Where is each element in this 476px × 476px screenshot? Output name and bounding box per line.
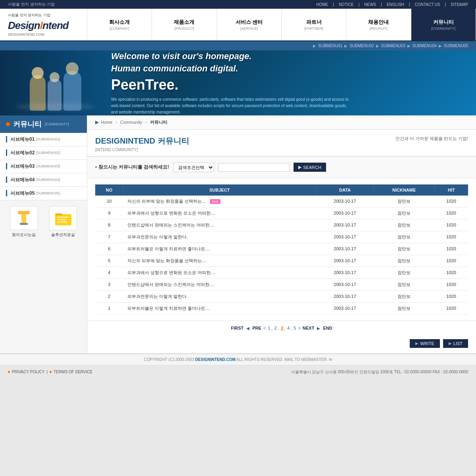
sub-nav-arrow: ▶ — [313, 44, 316, 48]
breadcrumb-home[interactable]: Home — [101, 120, 112, 125]
logo[interactable]: DesignIntend — [8, 19, 79, 32]
hero-desc: We specialize in producing e-commerce so… — [111, 96, 349, 115]
top-nav-news[interactable]: NEWS — [364, 2, 376, 7]
cell-hit: 1020 — [434, 267, 468, 278]
sidebar-item-3[interactable]: 서브메뉴03 [SUBMENU03] — [0, 160, 87, 173]
privacy-policy-link[interactable]: PRIVACY POLICY — [12, 370, 44, 374]
sub-nav-bar: ▶ SUBMENU01 ▶ SUBMENU02 ▶ SUBMENU03 ▶ SU… — [0, 41, 476, 50]
sidebar-item-bar — [6, 163, 7, 169]
list-button[interactable]: ▶ LIST — [443, 339, 468, 348]
cell-date: 2003-10-17 — [316, 278, 374, 290]
footer-copyright: COPYRIGHT (C) 2000-2003 DESIGNINTEND.COM… — [0, 354, 476, 365]
hero-banner: Welcome to visit our's homepage. Human c… — [0, 50, 476, 115]
sidebar-item-1[interactable]: 서브메뉴01 [SUBMENU01] — [0, 133, 87, 146]
sub-nav-item-2[interactable]: SUBMENU02 — [349, 44, 374, 48]
footer-dot-2 — [50, 371, 52, 373]
cell-no: 6 — [95, 243, 123, 255]
top-nav-notice[interactable]: NOTICE — [339, 2, 354, 7]
pagination-page-2[interactable]: 2 — [274, 326, 277, 330]
breadcrumb: ▶ Home › Community › 커뮤니티 — [87, 115, 476, 130]
terms-link[interactable]: TERMS OF SERVICE — [54, 370, 92, 374]
cell-subject[interactable]: 자신의 피부에 맞는 화장품을 선택하는.... new — [123, 196, 316, 207]
main-content: ▶ Home › Community › 커뮤니티 DESIGNINTEND 커… — [87, 115, 476, 353]
directions-label: 찾아오시는길 — [12, 232, 36, 238]
svg-rect-7 — [58, 221, 67, 223]
cell-date: 2003-10-17 — [316, 255, 374, 267]
nav-recruit[interactable]: 채용안내 [RECRUIT] — [346, 9, 411, 40]
svg-rect-1 — [21, 214, 26, 224]
write-button[interactable]: ▶ WRITE — [410, 339, 440, 348]
sidebar-solution-btn[interactable]: 솔루션자료실 — [46, 206, 81, 238]
cell-nickname: 잠만보 — [374, 231, 434, 243]
sidebar-item-4[interactable]: 서브메뉴04 [SUBMENU04] — [0, 173, 87, 187]
cell-subject[interactable]: 인텐드샵에서 판매되는 스킨케어는 어떠한.... — [123, 278, 316, 290]
nav-product[interactable]: 제품소개 [PRODUCT] — [152, 9, 217, 40]
sub-nav-item-1[interactable]: SUBMENU01 — [318, 44, 342, 48]
sub-nav-item-3[interactable]: SUBMENU03 — [381, 44, 405, 48]
sidebar-title-kr: 커뮤니티 — [13, 119, 42, 129]
pagination-page-4[interactable]: 4 — [287, 326, 290, 330]
pagination-page-3[interactable]: 3 — [281, 326, 283, 330]
copyright-text: COPYRIGHT (C) 2000-2003 — [144, 357, 195, 362]
breadcrumb-community[interactable]: Community — [120, 120, 142, 125]
footer-mail[interactable]: MAIL TO WEBMASTER. — [284, 357, 328, 362]
table-row: 1 피부트러블은 이렇게 치료하면 좋더나은.... 2003-10-17 잠만… — [95, 302, 468, 314]
search-button[interactable]: ▶ SEARCH — [294, 163, 326, 172]
sidebar-item-bar — [6, 177, 7, 183]
sidebar-title-en: [COMMUNITY] — [45, 122, 69, 126]
search-icon: ▶ — [298, 165, 301, 170]
sidebar-title-dot — [6, 122, 10, 126]
nav-partner[interactable]: 파트너 [PARTNER] — [282, 9, 346, 40]
cell-subject[interactable]: 피부과에서 성형으로 변화된 모소은 어떠한.... — [123, 207, 316, 219]
cell-subject[interactable]: 피부트러블은 이렇게 치료하면 좋더나은.... — [123, 302, 316, 314]
pagination-first[interactable]: FIRST — [231, 326, 244, 330]
cell-nickname: 잠만보 — [374, 219, 434, 231]
hero-brand: PeenTree. — [111, 77, 349, 93]
cell-no: 5 — [95, 255, 123, 267]
top-nav-sitemap[interactable]: SITEMAP — [451, 2, 468, 7]
hero-content: Welcome to visit our's homepage. Human c… — [111, 50, 349, 115]
sidebar-item-5[interactable]: 서브메뉴05 [SUBMENU05] — [0, 187, 87, 200]
nav-service[interactable]: 서비스 센터 [SERVICE] — [217, 9, 282, 40]
footer-brand[interactable]: DESIGNINTEND.COM — [195, 357, 236, 362]
sidebar-item-bar — [6, 190, 7, 196]
sub-nav-item-5[interactable]: SUBMENU05 — [444, 44, 468, 48]
action-buttons: ▶ WRITE ▶ LIST — [87, 335, 476, 352]
svg-rect-6 — [58, 219, 66, 220]
top-nav-home[interactable]: HOME — [316, 2, 328, 7]
header: 사람을 먼지 생각하는 기업 DesignIntend DESIGNINTEND… — [0, 9, 476, 41]
cell-nickname: 잠만보 — [374, 267, 434, 278]
table-row: 10 자신의 피부에 맞는 화장품을 선택하는.... new 2003-10-… — [95, 196, 468, 207]
cell-hit: 1020 — [434, 243, 468, 255]
cell-subject[interactable]: 인텐드샵에서 판매되는 스킨케어는 어떠한.... — [123, 219, 316, 231]
col-no: NO — [95, 184, 123, 196]
table-row: 6 피부트러블은 이렇게 치료하면 좋더나은.... 2003-10-17 잠만… — [95, 243, 468, 255]
cell-subject[interactable]: 피부과에서 성형으로 변화된 모소은 어떠한.... — [123, 267, 316, 278]
pagination-page-1[interactable]: 1 — [268, 326, 270, 330]
cell-date: 2003-10-17 — [316, 267, 374, 278]
cell-date: 2003-10-17 — [316, 302, 374, 314]
list-icon: ▶ — [449, 341, 452, 345]
footer-dot-1 — [8, 371, 10, 373]
top-nav-contact[interactable]: CONTACT US — [415, 2, 440, 7]
cell-nickname: 잠만보 — [374, 243, 434, 255]
sidebar-directions-btn[interactable]: 찾아오시는길 — [6, 206, 42, 238]
search-select[interactable]: 검색조건선택 제목 내용 닉네임 — [173, 163, 214, 172]
cell-subject[interactable]: 피부과전문의는 이렇게 말한다. — [123, 231, 316, 243]
sidebar-item-2[interactable]: 서브메뉴02 [SUBMENU02] — [0, 146, 87, 160]
top-nav-english[interactable]: ENGLISH — [387, 2, 404, 7]
sub-nav-item-4[interactable]: SUBMENU04 — [413, 44, 437, 48]
search-input[interactable] — [218, 163, 290, 172]
pagination-end[interactable]: END — [323, 326, 332, 330]
pagination-pre[interactable]: PRE — [252, 326, 261, 330]
community-tagline: 인간과 더 가까운 제품을 만드는 기업! — [395, 136, 468, 142]
cell-subject[interactable]: 피부트러블은 이렇게 치료하면 좋더나은.... — [123, 243, 316, 255]
pagination-next[interactable]: NEXT — [303, 326, 314, 330]
logo-area: 사람을 먼지 생각하는 기업 DesignIntend DESIGNINTEND… — [0, 9, 87, 40]
cell-subject[interactable]: 자신의 피부에 맞는 화장품을 선택하는.... — [123, 255, 316, 267]
nav-company[interactable]: 회사소개 [COMPANY] — [87, 9, 152, 40]
footer: COPYRIGHT (C) 2000-2003 DESIGNINTEND.COM… — [0, 353, 476, 379]
nav-community[interactable]: 커뮤니티 [COMMUNITY] — [411, 9, 476, 40]
pagination-page-5[interactable]: 5 — [294, 326, 296, 330]
cell-subject[interactable]: 피부과전문의는 이렇게 말한다. — [123, 290, 316, 302]
